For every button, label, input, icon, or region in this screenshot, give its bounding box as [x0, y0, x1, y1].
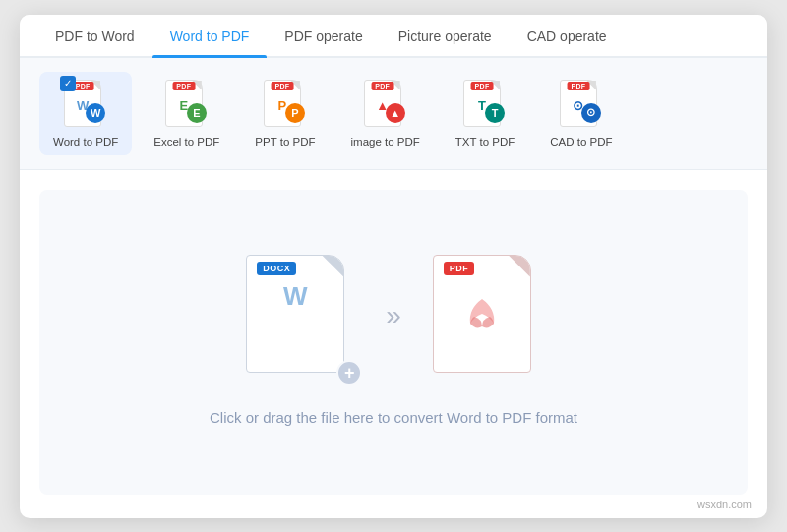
- docx-badge: DOCX: [257, 262, 296, 275]
- convert-arrow-icon: »: [386, 300, 401, 331]
- subtool-excel-to-pdf-label: Excel to PDF: [153, 136, 219, 148]
- pdf-badge: PDF: [444, 262, 475, 275]
- subtool-txt-to-pdf[interactable]: T PDF T TXT to PDF: [442, 72, 529, 155]
- tab-picture-operate[interactable]: Picture operate: [381, 15, 510, 56]
- drop-illustration: DOCX W + »: [246, 255, 541, 378]
- tab-pdf-to-word[interactable]: PDF to Word: [37, 15, 152, 56]
- word-to-pdf-icon: ✓ W PDF W: [64, 80, 107, 131]
- drop-instruction[interactable]: Click or drag the file here to convert W…: [210, 409, 577, 426]
- subtool-cad-to-pdf-label: CAD to PDF: [550, 136, 612, 148]
- image-to-pdf-icon: ▲ PDF ▲: [364, 80, 407, 131]
- tab-bar: PDF to Word Word to PDF PDF operate Pict…: [20, 15, 767, 58]
- tab-cad-operate[interactable]: CAD operate: [510, 15, 625, 56]
- subtool-image-to-pdf[interactable]: ▲ PDF ▲ image to PDF: [337, 72, 434, 155]
- subtool-excel-to-pdf[interactable]: E PDF E Excel to PDF: [140, 72, 233, 155]
- ppt-to-pdf-icon: P PDF P: [264, 80, 307, 131]
- cad-to-pdf-icon: ⊙ PDF ⊙: [560, 80, 603, 131]
- app-window: PDF to Word Word to PDF PDF operate Pict…: [20, 15, 767, 518]
- subtool-word-to-pdf-label: Word to PDF: [53, 136, 118, 148]
- subtool-image-to-pdf-label: image to PDF: [351, 136, 420, 148]
- selected-check: ✓: [60, 76, 76, 91]
- tab-pdf-operate[interactable]: PDF operate: [267, 15, 380, 56]
- subtool-ppt-to-pdf-label: PPT to PDF: [255, 136, 315, 148]
- acrobat-symbol-icon: [457, 286, 507, 340]
- subtool-txt-to-pdf-label: TXT to PDF: [455, 136, 515, 148]
- tab-word-to-pdf[interactable]: Word to PDF: [152, 15, 268, 56]
- subtool-word-to-pdf[interactable]: ✓ W PDF W Word to PDF: [39, 72, 132, 155]
- subtool-cad-to-pdf[interactable]: ⊙ PDF ⊙ CAD to PDF: [536, 72, 626, 155]
- subtool-ppt-to-pdf[interactable]: P PDF P PPT to PDF: [241, 72, 329, 155]
- watermark: wsxdn.com: [697, 499, 752, 510]
- drop-area[interactable]: DOCX W + »: [39, 190, 748, 495]
- subtool-bar: ✓ W PDF W Word to PDF E: [20, 58, 767, 170]
- pdf-file-icon: PDF: [433, 255, 541, 378]
- docx-file-icon: DOCX W +: [246, 255, 354, 378]
- txt-to-pdf-icon: T PDF T: [463, 80, 507, 131]
- docx-plus-icon: +: [336, 360, 362, 385]
- excel-to-pdf-icon: E PDF E: [165, 80, 209, 131]
